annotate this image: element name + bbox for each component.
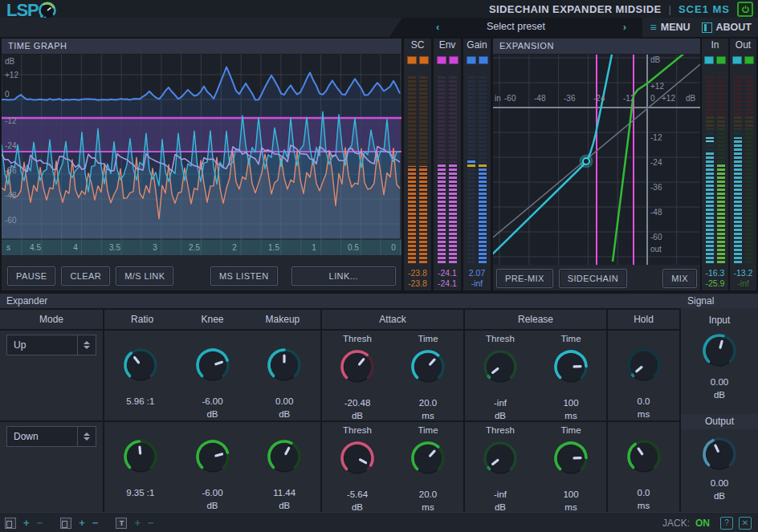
env-mid-toggle[interactable] — [437, 56, 446, 64]
column-header-knee: Knee — [177, 310, 247, 329]
out-mid-toggle[interactable] — [732, 56, 742, 64]
help-button[interactable]: ? — [720, 517, 733, 530]
meter-gain: Gain 2.07 -inf — [463, 39, 491, 290]
mode-spinner-icon[interactable] — [77, 335, 96, 355]
input-gain-knob[interactable] — [701, 332, 738, 369]
link-button[interactable]: LINK... — [291, 266, 396, 286]
preset-next-button[interactable]: › — [623, 21, 626, 33]
out-meter-right — [745, 76, 753, 265]
mix-button[interactable]: MIX — [662, 269, 697, 288]
font-increase-button[interactable]: + — [134, 518, 141, 528]
svg-text:+12: +12 — [650, 82, 664, 91]
attack-time-value-row2: 20.0 — [419, 488, 437, 501]
release-thresh-label-row1: Thresh — [465, 334, 536, 348]
svg-text:-24: -24 — [5, 141, 17, 150]
power-button[interactable] — [737, 2, 753, 17]
release-thresh-knob-row1[interactable] — [482, 348, 519, 385]
in-side-toggle[interactable] — [716, 56, 726, 64]
release-time-knob-row1[interactable] — [552, 348, 589, 385]
hold-knob-row1[interactable] — [626, 347, 662, 384]
env-value-side: -24.1 — [434, 278, 461, 289]
pre-mix-button[interactable]: PRE-MIX — [496, 269, 553, 288]
column-header-attack: Attack — [322, 310, 463, 329]
hold-cell-row1: 0.0ms — [608, 331, 679, 420]
svg-text:dB: dB — [650, 55, 661, 64]
attack-cell-row1: ThreshTime -20.48dB 20.0ms — [322, 331, 463, 420]
sc-value-side: -23.8 — [404, 278, 431, 289]
svg-text:-36: -36 — [564, 94, 576, 103]
attack-time-knob-row2[interactable] — [410, 440, 446, 477]
clear-button[interactable]: CLEAR — [61, 266, 110, 286]
attack-thresh-value-row2: -5.64 — [347, 488, 368, 501]
ui-scale-decrease-button[interactable]: − — [92, 518, 99, 528]
release-thresh-knob-row2[interactable] — [482, 440, 519, 477]
sc-side-toggle[interactable] — [419, 56, 429, 64]
svg-text:0: 0 — [650, 94, 655, 103]
time-graph-toolbar: PAUSE CLEAR M/S LINK MS LISTEN LINK... — [2, 264, 401, 288]
ms-listen-button[interactable]: MS LISTEN — [210, 266, 278, 286]
meter-out-label: Out — [730, 39, 756, 51]
ratio-knob-row2[interactable] — [122, 438, 159, 475]
about-button[interactable]: ABOUT — [702, 22, 752, 33]
svg-text:0: 0 — [5, 90, 10, 99]
expansion-panel: EXPANSION in-60-48-36-24-120+12dBdB+12-1… — [493, 39, 700, 290]
svg-text:3.5: 3.5 — [109, 243, 120, 252]
expansion-plot[interactable]: in-60-48-36-24-120+12dBdB+12-12-24-36-48… — [493, 55, 700, 265]
input-gain-unit: dB — [681, 388, 758, 401]
gain-value-mid: 2.07 — [463, 268, 491, 278]
sc-meter-right — [419, 76, 427, 265]
column-header-ratio: Ratio — [107, 310, 178, 329]
in-meter-right — [717, 76, 725, 265]
makeup-unit-row2: dB — [273, 499, 295, 512]
gain-mid-toggle[interactable] — [467, 56, 476, 64]
font-decrease-button[interactable]: − — [148, 518, 154, 528]
gain-meter-bars — [467, 76, 487, 265]
sidechain-button[interactable]: SIDECHAIN — [559, 269, 628, 288]
expansion-toolbar: PRE-MIX SIDECHAIN MIX — [493, 269, 700, 288]
svg-text:-60: -60 — [650, 233, 662, 242]
input-gain-value: 0.00 — [681, 376, 758, 388]
gain-meter-left — [467, 76, 475, 265]
sc-mid-toggle[interactable] — [407, 56, 417, 64]
gain-side-toggle[interactable] — [479, 56, 488, 64]
mode-select-up[interactable]: Up — [6, 335, 96, 355]
preset-label[interactable]: Select preset — [389, 21, 642, 32]
hold-knob-row2[interactable] — [626, 438, 662, 475]
ms-link-button[interactable]: M/S LINK — [116, 266, 173, 286]
svg-text:-36: -36 — [650, 183, 662, 192]
ui-scale-increase-button[interactable]: + — [79, 518, 85, 528]
knee-knob-row2[interactable] — [194, 438, 231, 475]
meter-in-label: In — [702, 39, 728, 51]
svg-text:4: 4 — [73, 243, 78, 252]
attack-thresh-knob-row1[interactable] — [339, 348, 376, 385]
knee-knob-row1[interactable] — [194, 347, 231, 384]
window-scale-decrease-button[interactable]: − — [37, 518, 43, 528]
svg-text:-24: -24 — [650, 158, 662, 167]
makeup-knob-row2[interactable] — [266, 438, 303, 475]
in-meter-left — [706, 76, 714, 265]
release-time-knob-row2[interactable] — [552, 440, 589, 477]
env-side-toggle[interactable] — [449, 56, 458, 64]
mode-spinner-icon[interactable] — [77, 427, 96, 446]
lsp-logo-text: LSP — [6, 1, 39, 20]
menu-button[interactable]: ≡ MENU — [650, 21, 691, 34]
window-scale-increase-button[interactable]: + — [23, 518, 30, 528]
pause-button[interactable]: PAUSE — [7, 266, 55, 286]
svg-text:-24: -24 — [593, 94, 605, 103]
mode-select-down[interactable]: Down — [6, 426, 96, 447]
mode-cell-row1: Up — [0, 331, 103, 420]
attack-time-label-row1: Time — [393, 334, 463, 348]
ratio-knob-row1[interactable] — [122, 347, 159, 384]
svg-text:2: 2 — [232, 243, 237, 252]
in-mid-toggle[interactable] — [704, 56, 714, 64]
out-value-side: -inf — [730, 278, 756, 289]
jack-disconnect-button[interactable]: ✕ — [739, 517, 752, 530]
meter-sc: SC -23.8 -23.8 — [404, 39, 431, 290]
ratio-value-row2: 9.35 :1 — [126, 486, 154, 499]
out-side-toggle[interactable] — [744, 56, 754, 64]
attack-thresh-knob-row2[interactable] — [339, 440, 376, 477]
makeup-knob-row1[interactable] — [266, 347, 303, 384]
signal-section-header: Signal — [681, 294, 758, 308]
attack-time-knob-row1[interactable] — [410, 348, 446, 385]
output-gain-knob[interactable] — [701, 436, 738, 473]
